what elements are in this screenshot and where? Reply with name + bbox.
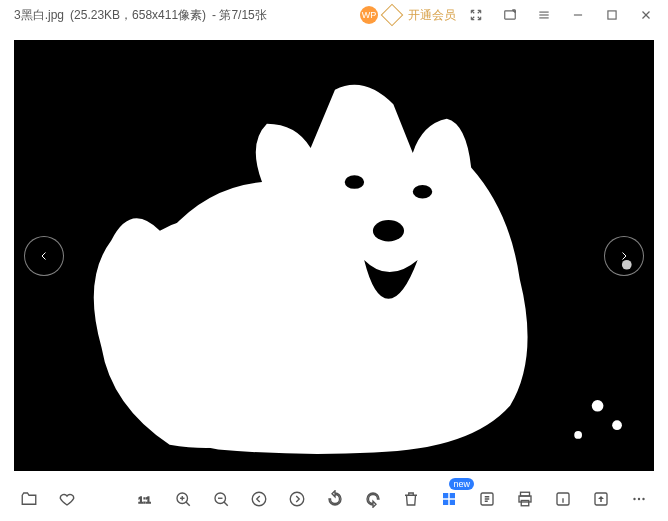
svg-point-24 [252,492,266,506]
ocr-button[interactable] [472,484,502,514]
fullscreen-button[interactable] [462,1,490,29]
svg-point-39 [638,498,640,500]
svg-rect-5 [608,11,616,19]
more-button[interactable] [624,484,654,514]
nav-prev-button[interactable] [244,484,274,514]
pip-button[interactable] [496,1,524,29]
filename: 3黑白.jpg [14,7,64,24]
svg-rect-33 [521,501,529,506]
svg-text:1:1: 1:1 [138,495,151,505]
minimize-button[interactable] [564,1,592,29]
zoom-out-button[interactable] [206,484,236,514]
svg-rect-26 [443,493,448,498]
svg-point-11 [373,220,404,241]
vip-badge-icon[interactable] [381,4,404,27]
new-badge: new [449,478,474,490]
file-meta: (25.23KB，658x411像素) [70,7,206,24]
maximize-button[interactable] [598,1,626,29]
bottom-toolbar: 1:1 new [0,477,668,521]
svg-rect-27 [450,493,455,498]
zoom-in-button[interactable] [168,484,198,514]
svg-point-40 [642,498,644,500]
menu-button[interactable] [530,1,558,29]
svg-rect-0 [505,11,516,19]
svg-point-25 [290,492,304,506]
vip-link[interactable]: 开通会员 [408,7,456,24]
share-button[interactable] [586,484,616,514]
favorite-button[interactable] [52,484,82,514]
rotate-ccw-button[interactable] [320,484,350,514]
svg-point-10 [413,185,432,199]
prev-image-button[interactable] [24,236,64,276]
one-to-one-button[interactable]: 1:1 [130,484,160,514]
svg-point-13 [612,420,622,430]
print-button[interactable] [510,484,540,514]
nav-next-button[interactable] [282,484,312,514]
svg-point-38 [633,498,635,500]
image-content [14,40,654,471]
delete-button[interactable] [396,484,426,514]
grid-view-button[interactable]: new [434,484,464,514]
svg-point-9 [345,175,364,189]
info-button[interactable] [548,484,578,514]
svg-line-20 [186,502,190,506]
svg-point-14 [574,431,582,439]
svg-rect-28 [443,500,448,505]
titlebar: 3黑白.jpg (25.23KB，658x411像素) - 第7/15张 WP … [0,0,668,30]
wp-badge[interactable]: WP [360,6,378,24]
open-folder-button[interactable] [14,484,44,514]
image-viewer [14,40,654,471]
svg-rect-29 [450,500,455,505]
rotate-cw-button[interactable] [358,484,388,514]
file-position: - 第7/15张 [212,7,267,24]
close-button[interactable] [632,1,660,29]
next-image-button[interactable] [604,236,644,276]
svg-line-23 [224,502,228,506]
svg-point-12 [592,400,604,412]
